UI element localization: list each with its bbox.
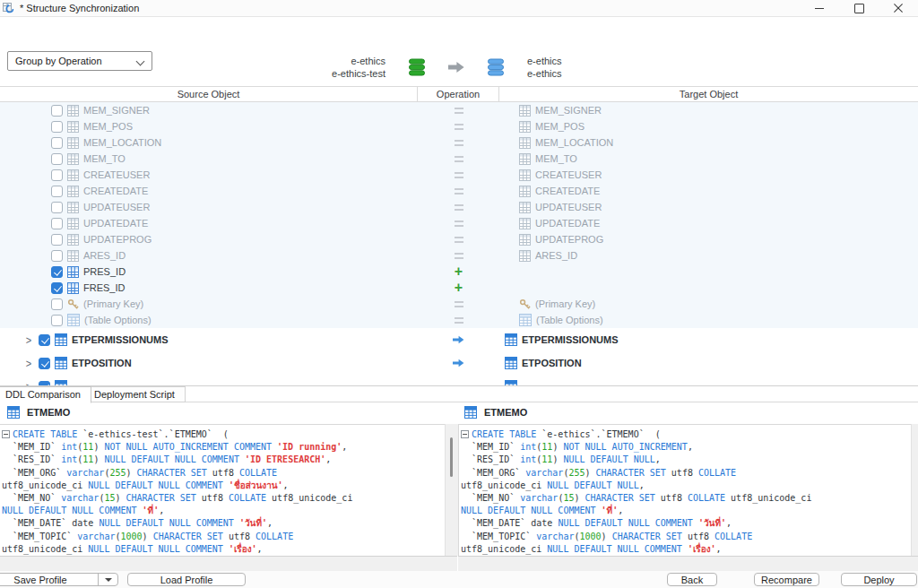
load-profile-button[interactable]: Load Profile [127, 573, 246, 586]
row-checkbox[interactable] [51, 218, 63, 229]
row-checkbox[interactable] [51, 250, 63, 262]
operation-cell [418, 124, 499, 130]
row-checkbox[interactable] [39, 358, 50, 369]
sync-row[interactable]: MEM_LOCATIONMEM_LOCATION [0, 134, 918, 151]
target-object-cell: MEM_LOCATION [499, 137, 918, 149]
source-ddl-vertical-scrollbar[interactable] [445, 424, 458, 556]
target-ddl-editor[interactable]: CREATE TABLE `e-ethics`.`ETMEMO` ( `MEM_… [458, 424, 911, 556]
row-checkbox[interactable] [39, 334, 50, 346]
source-object-cell: (Table Options) [0, 314, 418, 326]
tab-ddl-comparison[interactable]: DDL Comparison [0, 386, 91, 403]
code-line: `MEM_ORG` varchar(255) CHARACTER SET utf… [0, 467, 445, 480]
tab-deployment-script[interactable]: Deployment Script [83, 386, 186, 402]
source-object-cell: >ETPERMISSIONUMS [0, 333, 418, 346]
close-button[interactable] [879, 0, 918, 16]
close-icon [893, 3, 904, 13]
table-icon [505, 357, 517, 369]
deploy-button[interactable]: Deploy [841, 573, 917, 586]
row-checkbox[interactable] [51, 282, 63, 294]
source-object-label: ARES_ID [83, 250, 126, 261]
source-object-cell: UPDATEUSER [0, 202, 418, 213]
code-line: NULL DEFAULT NULL COMMENT 'ที่', [0, 505, 445, 517]
sync-row[interactable]: UPDATEPROGUPDATEPROG [0, 231, 918, 247]
operation-cell [418, 317, 499, 324]
target-object-label: UPDATEDATE [535, 218, 600, 229]
sync-row[interactable]: PRES_ID+ [0, 264, 918, 280]
chevron-down-icon [136, 57, 145, 66]
target-object-cell: MEM_TO [499, 153, 918, 165]
operation-equal-icon [455, 253, 463, 259]
expand-chevron-icon[interactable]: > [23, 357, 34, 369]
sync-row[interactable]: UPDATEDATEUPDATEDATE [0, 215, 918, 231]
sync-row[interactable]: (Primary Key)(Primary Key) [0, 296, 918, 312]
code-fold-icon[interactable] [2, 430, 10, 438]
sync-row[interactable]: CREATEUSERCREATEUSER [0, 167, 918, 183]
grid-body: MEM_SIGNERMEM_SIGNERMEM_POSMEM_POSMEM_LO… [0, 102, 918, 385]
sync-row[interactable]: MEM_POSMEM_POS [0, 118, 918, 134]
scrollbar-thumb[interactable] [450, 437, 453, 477]
operation-cell [418, 359, 499, 368]
target-ddl-horizontal-scrollbar[interactable] [458, 556, 918, 571]
target-object-cell: UPDATEDATE [499, 218, 918, 229]
field-icon [519, 218, 531, 229]
row-checkbox[interactable] [51, 153, 63, 165]
source-ddl-editor[interactable]: CREATE TABLE `e-ethics-test`.`ETMEMO` ( … [0, 424, 445, 556]
save-profile-menu-button[interactable] [99, 578, 117, 582]
code-line: utf8_unicode_ci NULL DEFAULT NULL COMMEN… [0, 480, 445, 492]
operation-equal-icon [455, 237, 463, 243]
row-checkbox[interactable] [51, 105, 63, 117]
field-icon [67, 186, 79, 197]
table-options-icon [67, 314, 80, 326]
operation-equal-icon [455, 156, 463, 162]
sync-row[interactable]: > [0, 375, 918, 385]
source-object-cell: FRES_ID [0, 282, 418, 294]
row-checkbox[interactable] [51, 121, 63, 133]
row-checkbox[interactable] [51, 298, 63, 310]
target-ddl-vertical-scrollbar[interactable] [911, 424, 918, 556]
sync-row[interactable]: UPDATEUSERUPDATEUSER [0, 199, 918, 215]
sync-row[interactable]: >ETPERMISSIONUMSETPERMISSIONUMS [0, 328, 918, 351]
operation-cell [418, 140, 499, 146]
operation-modify-arrow-icon [453, 359, 464, 368]
source-object-label: MEM_LOCATION [83, 137, 161, 148]
source-object-label: CREATEDATE [83, 186, 148, 196]
column-header-target-object[interactable]: Target Object [499, 87, 918, 101]
row-checkbox[interactable] [51, 266, 63, 278]
row-checkbox[interactable] [51, 186, 63, 197]
sync-row[interactable]: ARES_IDARES_ID [0, 247, 918, 264]
maximize-button[interactable] [839, 0, 879, 16]
back-button[interactable]: Back [667, 573, 717, 586]
minimize-button[interactable] [800, 0, 839, 16]
expand-chevron-icon[interactable]: > [23, 333, 34, 346]
operation-modify-arrow-icon [453, 335, 464, 344]
sync-row[interactable]: (Table Options)(Table Options) [0, 312, 918, 328]
source-object-label: ETPOSITION [72, 358, 132, 368]
column-header-source-object[interactable]: Source Object [0, 87, 418, 101]
row-checkbox[interactable] [51, 202, 63, 213]
target-object-cell: ETPERMISSIONUMS [499, 333, 918, 346]
sync-row[interactable]: FRES_ID+ [0, 280, 918, 296]
sync-row[interactable]: >ETPOSITIONETPOSITION [0, 351, 918, 375]
source-ddl-horizontal-scrollbar[interactable] [0, 556, 457, 571]
target-object-cell: MEM_POS [499, 121, 918, 133]
recompare-button[interactable]: Recompare [754, 573, 819, 586]
field-icon [519, 234, 531, 246]
column-header-operation[interactable]: Operation [418, 87, 499, 101]
sync-row[interactable]: MEM_SIGNERMEM_SIGNER [0, 102, 918, 118]
code-fold-icon[interactable] [461, 430, 469, 438]
sync-row[interactable]: MEM_TOMEM_TO [0, 151, 918, 167]
save-profile-button[interactable]: Save Profile [0, 573, 118, 586]
operation-cell [418, 172, 499, 178]
target-database-name: e-ethics [527, 67, 592, 80]
operation-equal-icon [455, 301, 463, 307]
row-checkbox[interactable] [51, 315, 63, 326]
row-checkbox[interactable] [51, 137, 63, 149]
code-line: `MEM_NO` varchar(15) CHARACTER SET utf8 … [459, 492, 911, 505]
sync-row[interactable]: CREATEDATECREATEDATE [0, 183, 918, 199]
sync-direction-arrow-icon [448, 61, 464, 74]
structure-sync-app-icon [3, 3, 14, 14]
group-by-select[interactable]: Group by Operation [7, 51, 152, 71]
row-checkbox[interactable] [51, 234, 63, 246]
row-checkbox[interactable] [51, 169, 63, 181]
code-line: CREATE TABLE `e-ethics`.`ETMEMO` ( [459, 428, 911, 441]
